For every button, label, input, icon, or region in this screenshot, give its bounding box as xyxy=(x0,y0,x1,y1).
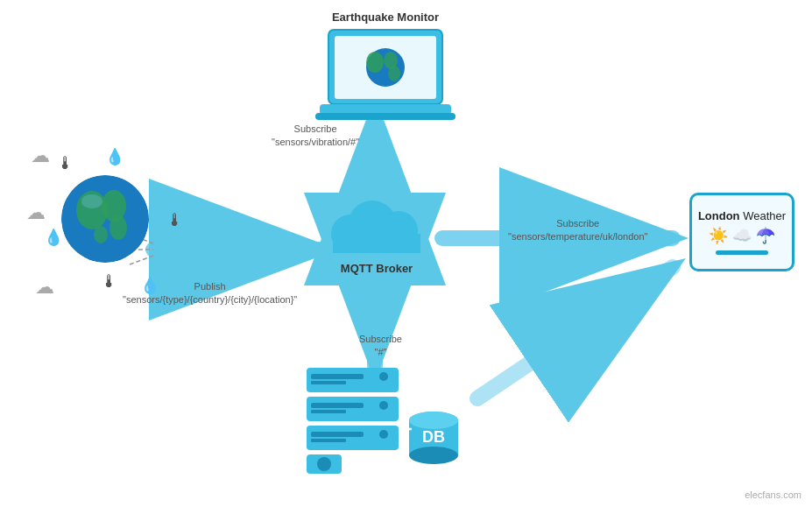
mqtt-cloud-shape xyxy=(315,188,438,258)
cloud-icon-bl: ☁ xyxy=(35,276,54,299)
label-publish: Publish "sensors/{type}/{country}/{city}… xyxy=(123,280,297,307)
svg-rect-30 xyxy=(311,374,364,379)
tablet-weather-icons: ☀️ ☁️ ☂️ xyxy=(709,226,775,245)
thermo-icon-br: 🌡 xyxy=(101,271,118,292)
cloud-icon-tl: ☁ xyxy=(31,144,50,167)
mqtt-broker-group: MQTT Broker xyxy=(307,188,447,293)
svg-point-15 xyxy=(81,194,102,208)
svg-rect-34 xyxy=(311,403,364,408)
svg-rect-31 xyxy=(311,381,346,384)
svg-point-36 xyxy=(379,401,388,410)
database-group: DB xyxy=(298,363,473,481)
thermo-icon-r: 🌡 xyxy=(166,210,184,230)
db-svg: DB xyxy=(298,363,473,477)
label-subscribe-vibration: Subscribe "sensors/vibration/#" xyxy=(272,123,359,150)
earthquake-monitor-group: Earthquake Monitor xyxy=(307,9,464,122)
svg-point-40 xyxy=(379,430,388,439)
svg-line-9 xyxy=(477,267,673,398)
svg-rect-38 xyxy=(311,432,364,437)
tablet-bar xyxy=(716,250,768,255)
watermark: elecfans.com xyxy=(745,489,801,500)
svg-point-26 xyxy=(388,66,400,81)
svg-point-45 xyxy=(409,447,458,464)
svg-point-14 xyxy=(94,226,108,243)
london-tablet: London Weather ☀️ ☁️ ☂️ xyxy=(689,193,794,271)
svg-text:DB: DB xyxy=(422,428,445,446)
svg-point-13 xyxy=(109,215,127,240)
london-weather-group: London Weather ☀️ ☁️ ☂️ xyxy=(685,193,799,271)
london-normal: Weather xyxy=(740,209,787,222)
svg-point-24 xyxy=(366,52,384,73)
earthquake-laptop xyxy=(315,25,455,122)
mqtt-broker-label: MQTT Broker xyxy=(307,262,447,275)
cloud-icon-mid: ☁ xyxy=(26,201,46,224)
earthquake-label: Earthquake Monitor xyxy=(307,11,464,25)
label-subscribe-hash: Subscribe "#" xyxy=(359,333,402,360)
svg-point-12 xyxy=(102,190,126,222)
svg-rect-20 xyxy=(333,241,420,250)
svg-point-42 xyxy=(317,457,331,471)
svg-point-46 xyxy=(409,412,458,429)
drop-icon-tr: 💧 xyxy=(105,147,124,166)
london-bold: London xyxy=(698,209,740,222)
thermo-icon-tl: 🌡 xyxy=(57,153,74,173)
diagram-container: { "title": "MQTT Architecture Diagram", … xyxy=(0,0,812,507)
drop-icon-ml: 💧 xyxy=(44,228,63,247)
svg-rect-39 xyxy=(311,439,346,442)
label-subscribe-temperature: Subscribe "sensors/temperature/uk/london… xyxy=(508,217,647,244)
svg-rect-35 xyxy=(311,410,346,413)
london-title: London Weather xyxy=(698,209,786,223)
svg-rect-28 xyxy=(315,113,455,120)
svg-point-32 xyxy=(379,372,388,381)
